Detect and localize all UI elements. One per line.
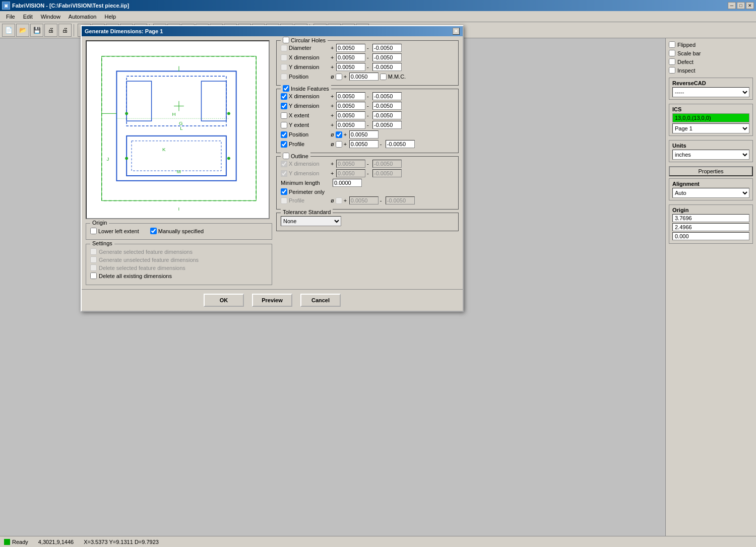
inside-profile-minus-input[interactable]: [386, 140, 415, 148]
circ-pos-phi-checkbox[interactable]: [336, 74, 342, 80]
circ-pos-checkbox[interactable]: [281, 74, 287, 80]
menu-automation[interactable]: Automation: [65, 13, 101, 21]
inspect-label: Inspect: [677, 67, 695, 74]
units-select[interactable]: inches mm: [672, 150, 749, 160]
settings-row-3: Delete all existing dimensions: [90, 272, 268, 279]
outline-minlength-input[interactable]: [333, 179, 362, 187]
settings-checkbox-0[interactable]: [90, 248, 97, 255]
inside-yext-row: Y extent + -: [281, 121, 454, 129]
svg-rect-0: [87, 41, 269, 218]
inside-xext-minus-input[interactable]: [372, 111, 402, 119]
close-button[interactable]: ✕: [746, 2, 754, 9]
scalebar-checkbox[interactable]: [669, 50, 675, 56]
outline-ydim-minus-input[interactable]: [372, 169, 402, 177]
tolerance-select[interactable]: None ISO ASME: [281, 216, 341, 226]
inside-pos-phi-checkbox[interactable]: [336, 131, 342, 138]
menu-window[interactable]: Window: [37, 13, 65, 21]
circ-ydim-minus-input[interactable]: [372, 63, 402, 71]
lower-left-checkbox[interactable]: [90, 228, 97, 234]
inside-xdim-minus-input[interactable]: [372, 92, 402, 100]
inside-profile-checkbox[interactable]: [281, 141, 287, 148]
inside-ydim-checkbox[interactable]: [281, 103, 287, 109]
menu-help[interactable]: Help: [100, 13, 120, 21]
circ-xdim-plus-input[interactable]: [336, 53, 365, 61]
inside-yext-plus-input[interactable]: [336, 121, 365, 129]
toolbar-new[interactable]: 📄: [2, 24, 15, 37]
menu-edit[interactable]: Edit: [19, 13, 37, 21]
svg-text:M: M: [177, 169, 181, 174]
inside-xdim-label: X dimension: [289, 93, 329, 99]
manually-specified-checkbox[interactable]: [150, 228, 157, 234]
reversecad-select[interactable]: -----: [672, 87, 749, 97]
inside-profile-plus-input[interactable]: [349, 140, 379, 148]
circ-ydim-checkbox[interactable]: [281, 64, 287, 71]
ics-value: 13,0,0,(13,0,0): [672, 113, 749, 122]
toolbar-print1[interactable]: 🖨: [44, 24, 57, 37]
inspect-checkbox[interactable]: [669, 67, 675, 74]
outline-checkbox[interactable]: [283, 153, 289, 159]
inside-ydim-plus-input[interactable]: [336, 102, 365, 110]
outline-profile-minus-input[interactable]: [386, 196, 415, 204]
inside-xext-checkbox[interactable]: [281, 112, 287, 119]
inside-features-checkbox[interactable]: [283, 85, 289, 92]
defect-checkbox[interactable]: [669, 58, 675, 65]
outline-xdim-checkbox[interactable]: [281, 161, 287, 167]
circ-ydim-label: Y dimension: [289, 64, 329, 70]
inside-xext-plus-input[interactable]: [336, 111, 365, 119]
inside-xdim-plus-input[interactable]: [336, 92, 365, 100]
outline-profile-checkbox[interactable]: [281, 197, 287, 204]
settings-label-2: Delete selected feature dimensions: [99, 265, 185, 271]
outline-xdim-minus-input[interactable]: [372, 160, 402, 168]
outline-profile-phi-checkbox[interactable]: [336, 197, 342, 204]
circ-xdim-minus-input[interactable]: [372, 53, 402, 61]
toolbar-print2[interactable]: 🖨: [58, 24, 72, 37]
ics-page-select[interactable]: Page 1: [672, 123, 749, 133]
preview-button[interactable]: Preview: [252, 294, 292, 307]
inside-ydim-minus-input[interactable]: [372, 102, 402, 110]
settings-checkbox-1[interactable]: [90, 256, 97, 263]
inside-xdim-row: X dimension + -: [281, 92, 454, 100]
circular-holes-checkbox[interactable]: [283, 37, 289, 43]
diameter-plus-input[interactable]: [336, 44, 365, 52]
circ-mmc-checkbox[interactable]: [380, 74, 387, 80]
outline-profile-plus-input[interactable]: [349, 196, 379, 204]
right-panel: Flipped Scale bar Defect Inspect Reverse…: [665, 38, 756, 536]
status-bar: Ready 4,3021,9,1446 X=3.5373 Y=9.1311 D=…: [0, 536, 756, 547]
minimize-button[interactable]: ─: [728, 2, 736, 9]
outline-minlength-row: Minimum length: [281, 179, 454, 187]
circular-holes-label: Circular Holes: [291, 37, 326, 43]
outline-profile-label: Profile: [289, 197, 329, 203]
settings-checkbox-2[interactable]: [90, 264, 97, 271]
settings-checkbox-3[interactable]: [90, 272, 97, 279]
dialog-close-button[interactable]: ✕: [453, 28, 460, 35]
toolbar-save[interactable]: 💾: [30, 24, 43, 37]
outline-xdim-row: X dimension + -: [281, 160, 454, 168]
properties-button[interactable]: Properties: [669, 166, 753, 176]
cancel-button[interactable]: Cancel: [300, 294, 341, 307]
outline-ydim-checkbox[interactable]: [281, 170, 287, 177]
mmc-label: M.M.C.: [388, 74, 406, 80]
alignment-select[interactable]: Auto Left Right Center: [672, 188, 749, 198]
inside-yext-checkbox[interactable]: [281, 122, 287, 128]
inside-profile-phi-checkbox[interactable]: [336, 141, 342, 148]
outline-xdim-plus-input[interactable]: [336, 160, 365, 168]
inside-pos-plus-input[interactable]: [349, 130, 379, 139]
diameter-minus-input[interactable]: [372, 44, 402, 52]
menu-file[interactable]: File: [2, 13, 19, 21]
preview-canvas: H L G J K M I: [86, 40, 270, 219]
circ-ydim-plus-input[interactable]: [336, 63, 365, 71]
circ-pos-plus-input[interactable]: [349, 73, 379, 81]
inside-pos-checkbox[interactable]: [281, 131, 287, 138]
circ-xdim-checkbox[interactable]: [281, 54, 287, 61]
toolbar-open[interactable]: 📂: [16, 24, 29, 37]
outline-ydim-plus-input[interactable]: [336, 169, 365, 177]
inside-yext-label: Y extent: [289, 122, 329, 128]
flipped-checkbox[interactable]: [669, 41, 675, 48]
ok-button[interactable]: OK: [204, 294, 244, 307]
inside-yext-minus-input[interactable]: [372, 121, 402, 129]
inside-xdim-checkbox[interactable]: [281, 93, 287, 100]
outline-perimeter-checkbox[interactable]: [281, 188, 287, 195]
diameter-checkbox[interactable]: [281, 45, 287, 51]
maximize-button[interactable]: □: [737, 2, 745, 9]
settings-group-label: Settings: [90, 240, 114, 246]
